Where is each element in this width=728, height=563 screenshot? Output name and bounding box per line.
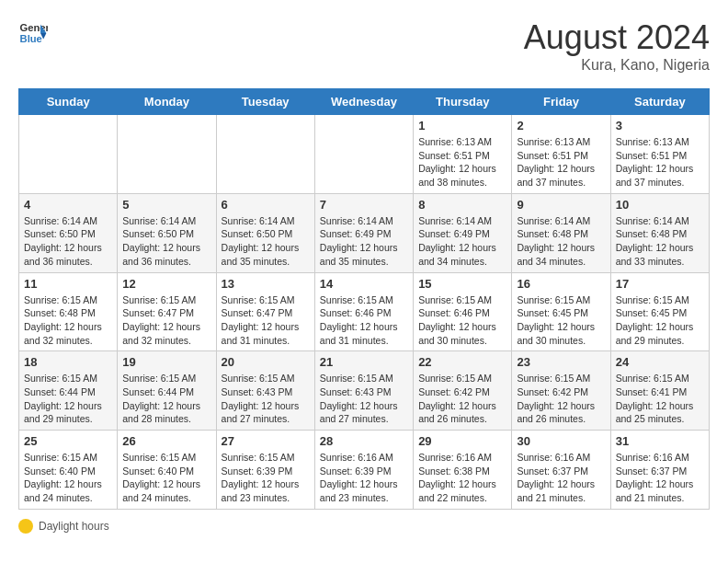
day-number: 14 [320,277,408,291]
calendar-cell [314,115,413,194]
day-info: Sunrise: 6:14 AM Sunset: 6:50 PM Dayligh… [222,214,310,269]
calendar-cell [216,115,314,194]
day-number: 31 [616,434,704,448]
calendar-cell: 15Sunrise: 6:15 AM Sunset: 6:46 PM Dayli… [414,272,512,351]
day-number: 3 [616,119,704,132]
day-info: Sunrise: 6:15 AM Sunset: 6:42 PM Dayligh… [418,372,506,426]
calendar-cell [19,115,118,194]
day-info: Sunrise: 6:15 AM Sunset: 6:47 PM Dayligh… [122,293,210,348]
month-year: August 2024 [524,18,710,57]
calendar-cell: 16Sunrise: 6:15 AM Sunset: 6:45 PM Dayli… [512,272,610,351]
day-number: 2 [517,119,605,132]
logo: General Blue [18,18,48,48]
calendar-table: SundayMondayTuesdayWednesdayThursdayFrid… [18,88,710,510]
day-info: Sunrise: 6:15 AM Sunset: 6:47 PM Dayligh… [222,293,310,348]
day-number: 23 [517,355,605,369]
calendar-cell: 10Sunrise: 6:14 AM Sunset: 6:48 PM Dayli… [610,193,709,272]
day-number: 24 [616,355,704,369]
day-info: Sunrise: 6:15 AM Sunset: 6:44 PM Dayligh… [24,372,112,426]
day-info: Sunrise: 6:16 AM Sunset: 6:37 PM Dayligh… [616,451,704,505]
calendar-week-4: 25Sunrise: 6:15 AM Sunset: 6:40 PM Dayli… [19,431,710,510]
days-header-row: SundayMondayTuesdayWednesdayThursdayFrid… [19,89,710,115]
calendar-cell: 6Sunrise: 6:14 AM Sunset: 6:50 PM Daylig… [216,193,314,272]
calendar-cell: 2Sunrise: 6:13 AM Sunset: 6:51 PM Daylig… [512,115,610,194]
day-number: 5 [122,198,210,212]
day-number: 22 [418,355,506,369]
day-info: Sunrise: 6:15 AM Sunset: 6:39 PM Dayligh… [222,451,310,505]
day-info: Sunrise: 6:14 AM Sunset: 6:49 PM Dayligh… [418,214,506,269]
day-info: Sunrise: 6:13 AM Sunset: 6:51 PM Dayligh… [616,135,704,190]
day-number: 30 [517,434,605,448]
day-info: Sunrise: 6:15 AM Sunset: 6:40 PM Dayligh… [24,451,112,505]
day-info: Sunrise: 6:14 AM Sunset: 6:50 PM Dayligh… [122,214,210,269]
day-info: Sunrise: 6:15 AM Sunset: 6:44 PM Dayligh… [122,372,210,426]
calendar-cell: 22Sunrise: 6:15 AM Sunset: 6:42 PM Dayli… [414,351,512,431]
location: Kura, Kano, Nigeria [524,57,710,74]
day-number: 15 [418,277,506,291]
day-number: 16 [517,277,605,291]
day-number: 25 [24,434,112,448]
calendar-cell: 24Sunrise: 6:15 AM Sunset: 6:41 PM Dayli… [610,351,709,431]
day-number: 7 [320,198,408,212]
calendar-cell: 14Sunrise: 6:15 AM Sunset: 6:46 PM Dayli… [314,272,413,351]
calendar-cell: 28Sunrise: 6:16 AM Sunset: 6:39 PM Dayli… [314,431,413,510]
day-header-sunday: Sunday [19,89,118,115]
calendar-cell [118,115,216,194]
calendar-cell: 13Sunrise: 6:15 AM Sunset: 6:47 PM Dayli… [216,272,314,351]
calendar-cell: 19Sunrise: 6:15 AM Sunset: 6:44 PM Dayli… [118,351,216,431]
footer-note: Daylight hours [18,519,710,534]
day-info: Sunrise: 6:15 AM Sunset: 6:43 PM Dayligh… [320,372,408,426]
calendar-cell: 23Sunrise: 6:15 AM Sunset: 6:42 PM Dayli… [512,351,610,431]
day-info: Sunrise: 6:13 AM Sunset: 6:51 PM Dayligh… [418,135,506,190]
day-header-friday: Friday [512,89,610,115]
day-number: 10 [616,198,704,212]
day-number: 18 [24,355,112,369]
day-info: Sunrise: 6:16 AM Sunset: 6:37 PM Dayligh… [517,451,605,505]
day-info: Sunrise: 6:16 AM Sunset: 6:39 PM Dayligh… [320,451,408,505]
calendar-cell: 26Sunrise: 6:15 AM Sunset: 6:40 PM Dayli… [118,431,216,510]
calendar-cell: 27Sunrise: 6:15 AM Sunset: 6:39 PM Dayli… [216,431,314,510]
day-info: Sunrise: 6:15 AM Sunset: 6:40 PM Dayligh… [122,451,210,505]
day-number: 27 [222,434,310,448]
calendar-cell: 3Sunrise: 6:13 AM Sunset: 6:51 PM Daylig… [610,115,709,194]
sun-icon [18,519,33,534]
calendar-week-0: 1Sunrise: 6:13 AM Sunset: 6:51 PM Daylig… [19,115,710,194]
calendar-cell: 9Sunrise: 6:14 AM Sunset: 6:48 PM Daylig… [512,193,610,272]
day-info: Sunrise: 6:15 AM Sunset: 6:45 PM Dayligh… [517,293,605,348]
day-number: 13 [222,277,310,291]
day-number: 12 [122,277,210,291]
day-number: 17 [616,277,704,291]
day-info: Sunrise: 6:15 AM Sunset: 6:41 PM Dayligh… [616,372,704,426]
calendar-cell: 7Sunrise: 6:14 AM Sunset: 6:49 PM Daylig… [314,193,413,272]
day-number: 29 [418,434,506,448]
svg-text:Blue: Blue [20,33,42,44]
day-number: 11 [24,277,112,291]
day-info: Sunrise: 6:14 AM Sunset: 6:49 PM Dayligh… [320,214,408,269]
day-info: Sunrise: 6:15 AM Sunset: 6:46 PM Dayligh… [320,293,408,348]
day-header-thursday: Thursday [414,89,512,115]
calendar-cell: 4Sunrise: 6:14 AM Sunset: 6:50 PM Daylig… [19,193,118,272]
logo-icon: General Blue [18,18,48,48]
calendar-cell: 1Sunrise: 6:13 AM Sunset: 6:51 PM Daylig… [414,115,512,194]
calendar-cell: 17Sunrise: 6:15 AM Sunset: 6:45 PM Dayli… [610,272,709,351]
calendar-cell: 18Sunrise: 6:15 AM Sunset: 6:44 PM Dayli… [19,351,118,431]
calendar-week-1: 4Sunrise: 6:14 AM Sunset: 6:50 PM Daylig… [19,193,710,272]
day-number: 28 [320,434,408,448]
calendar-week-2: 11Sunrise: 6:15 AM Sunset: 6:48 PM Dayli… [19,272,710,351]
day-number: 9 [517,198,605,212]
day-info: Sunrise: 6:13 AM Sunset: 6:51 PM Dayligh… [517,135,605,190]
calendar-week-3: 18Sunrise: 6:15 AM Sunset: 6:44 PM Dayli… [19,351,710,431]
day-info: Sunrise: 6:14 AM Sunset: 6:48 PM Dayligh… [517,214,605,269]
day-info: Sunrise: 6:16 AM Sunset: 6:38 PM Dayligh… [418,451,506,505]
calendar-cell: 31Sunrise: 6:16 AM Sunset: 6:37 PM Dayli… [610,431,709,510]
day-header-monday: Monday [118,89,216,115]
day-number: 6 [222,198,310,212]
day-info: Sunrise: 6:15 AM Sunset: 6:48 PM Dayligh… [24,293,112,348]
title-block: August 2024 Kura, Kano, Nigeria [524,18,710,74]
day-number: 20 [222,355,310,369]
calendar-cell: 21Sunrise: 6:15 AM Sunset: 6:43 PM Dayli… [314,351,413,431]
page-header: General Blue August 2024 Kura, Kano, Nig… [18,18,710,74]
day-number: 8 [418,198,506,212]
day-number: 26 [122,434,210,448]
calendar-cell: 30Sunrise: 6:16 AM Sunset: 6:37 PM Dayli… [512,431,610,510]
